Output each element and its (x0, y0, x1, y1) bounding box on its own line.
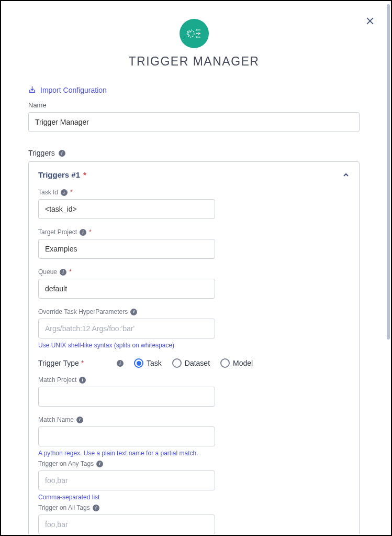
match-project-label-text: Match Project (38, 376, 76, 384)
match-name-label-text: Match Name (38, 416, 74, 423)
info-icon[interactable]: i (59, 150, 65, 157)
radio-icon (134, 358, 143, 368)
info-icon[interactable]: i (60, 269, 66, 276)
import-icon (28, 85, 36, 95)
triggers-section-text: Triggers (28, 149, 55, 157)
info-icon[interactable]: i (93, 505, 99, 511)
name-label: Name (28, 101, 360, 109)
import-configuration-label: Import Configuration (40, 86, 107, 94)
override-hp-label-text: Override Task HyperParameters (38, 308, 128, 315)
page-title: TRIGGER MANAGER (28, 54, 360, 69)
any-tags-label-text: Trigger on Any Tags (38, 460, 94, 467)
radio-label: Model (233, 359, 253, 367)
name-input[interactable] (28, 112, 360, 132)
close-icon[interactable] (366, 17, 374, 25)
info-icon[interactable]: i (80, 229, 86, 236)
required-indicator: * (81, 359, 84, 367)
target-project-label-text: Target Project (38, 228, 77, 236)
dialog-body: TRIGGER MANAGER Import Configuration Nam… (2, 2, 386, 534)
match-name-hint: A python regex. Use a plain text name fo… (38, 450, 350, 457)
required-indicator: * (89, 228, 92, 236)
target-project-input[interactable] (38, 239, 215, 259)
info-icon[interactable]: i (79, 377, 86, 384)
svg-point-3 (196, 29, 197, 31)
info-icon[interactable]: i (117, 360, 124, 367)
radio-icon (172, 358, 182, 368)
match-project-input[interactable] (38, 387, 215, 407)
task-id-label-text: Task Id (38, 189, 58, 196)
match-project-label: Match Project i (38, 376, 350, 384)
radio-label: Task (147, 359, 162, 367)
override-hp-label: Override Task HyperParameters i (38, 308, 350, 315)
trigger-type-dataset-radio[interactable]: Dataset (172, 358, 210, 368)
all-tags-input[interactable] (38, 515, 215, 534)
any-tags-hint: Comma-separated list (38, 494, 350, 501)
any-tags-label: Trigger on Any Tags i (38, 460, 350, 467)
svg-point-5 (198, 33, 199, 35)
trigger-type-model-radio[interactable]: Model (220, 358, 253, 368)
collapse-toggle[interactable] (342, 171, 350, 179)
trigger-manager-icon (180, 19, 209, 48)
queue-input[interactable] (38, 279, 215, 299)
required-indicator: * (69, 268, 72, 276)
required-indicator: * (70, 189, 73, 196)
queue-label: Queue i * (38, 268, 350, 276)
queue-label-text: Queue (38, 268, 57, 276)
required-indicator: * (83, 170, 86, 179)
radio-label: Dataset (185, 359, 210, 367)
match-name-input[interactable] (38, 426, 215, 446)
trigger-card-title-text: Triggers #1 (38, 170, 80, 179)
info-icon[interactable]: i (96, 461, 103, 467)
info-icon[interactable]: i (130, 309, 137, 315)
radio-icon (220, 358, 230, 368)
trigger-type-task-radio[interactable]: Task (134, 358, 162, 368)
scrollbar[interactable] (387, 4, 390, 340)
override-hp-hint: Use UNIX shell-like syntax (splits on wh… (38, 342, 350, 349)
trigger-card-title: Triggers #1 * (38, 170, 86, 179)
match-name-label: Match Name i (38, 416, 350, 423)
triggers-section-label: Triggers i (28, 149, 360, 157)
all-tags-label-text: Trigger on All Tags (38, 504, 90, 511)
info-icon[interactable]: i (76, 417, 83, 423)
trigger-type-label-text: Trigger Type (38, 359, 79, 367)
trigger-card: Triggers #1 * Task Id i * Target Project… (28, 161, 360, 534)
any-tags-input[interactable] (38, 471, 215, 490)
import-configuration-link[interactable]: Import Configuration (28, 85, 107, 95)
task-id-input[interactable] (38, 199, 215, 219)
target-project-label: Target Project i * (38, 228, 350, 236)
svg-point-8 (196, 36, 197, 38)
all-tags-label: Trigger on All Tags i (38, 504, 350, 511)
info-icon[interactable]: i (61, 189, 68, 196)
override-hp-input[interactable] (38, 319, 215, 338)
trigger-type-label: Trigger Type * (38, 359, 106, 367)
task-id-label: Task Id i * (38, 189, 350, 196)
